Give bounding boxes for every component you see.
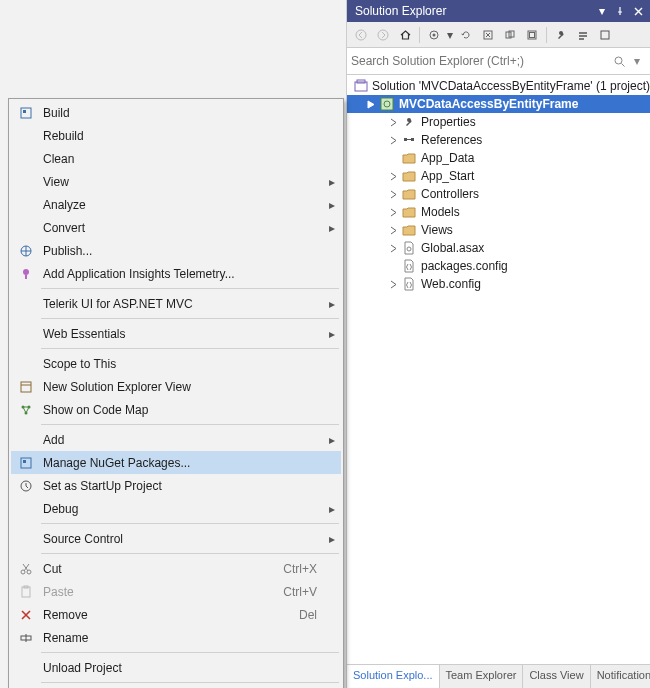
menu-separator [41, 523, 339, 524]
menu-view[interactable]: View ▸ [11, 170, 341, 193]
menu-build[interactable]: Build [11, 101, 341, 124]
menu-set-as-startup[interactable]: Set as StartUp Project [11, 474, 341, 497]
twisty-collapsed-icon[interactable] [387, 206, 399, 218]
menu-publish[interactable]: Publish... [11, 239, 341, 262]
solution-node[interactable]: Solution 'MVCDataAccessByEntityFrame' (1… [347, 77, 650, 95]
menu-new-solution-explorer-view[interactable]: New Solution Explorer View [11, 375, 341, 398]
menu-unload-project[interactable]: Unload Project [11, 656, 341, 679]
submenu-arrow-icon: ▸ [329, 327, 335, 341]
menu-label: Add Application Insights Telemetry... [37, 267, 321, 281]
tree-node-packages-config[interactable]: packages.config [347, 257, 650, 275]
panel-titlebar: Solution Explorer ▾ [347, 0, 650, 22]
tree-node-references[interactable]: References [347, 131, 650, 149]
submenu-arrow-icon: ▸ [329, 198, 335, 212]
tab-team-explorer[interactable]: Team Explorer [440, 665, 524, 688]
twisty-collapsed-icon[interactable] [387, 224, 399, 236]
menu-analyze[interactable]: Analyze ▸ [11, 193, 341, 216]
folder-icon [401, 222, 417, 238]
menu-app-insights[interactable]: Add Application Insights Telemetry... [11, 262, 341, 285]
svg-rect-9 [601, 31, 609, 39]
panel-title-text: Solution Explorer [355, 4, 446, 18]
project-icon [379, 96, 395, 112]
menu-separator [41, 348, 339, 349]
tab-solution-explorer[interactable]: Solution Explo... [347, 665, 440, 688]
menu-separator [41, 424, 339, 425]
sync-drop-icon[interactable]: ▾ [446, 25, 454, 45]
menu-remove[interactable]: Remove Del [11, 603, 341, 626]
svg-rect-16 [411, 138, 414, 141]
sync-icon[interactable] [424, 25, 444, 45]
tree-node-appstart[interactable]: App_Start [347, 167, 650, 185]
show-all-icon[interactable] [500, 25, 520, 45]
tab-class-view[interactable]: Class View [523, 665, 590, 688]
menu-rebuild[interactable]: Rebuild [11, 124, 341, 147]
twisty-collapsed-icon[interactable] [387, 278, 399, 290]
rename-icon [15, 628, 37, 648]
twisty-expanded-icon[interactable] [351, 80, 352, 92]
search-input[interactable] [351, 50, 610, 72]
search-row: ▾ [347, 48, 650, 75]
file-icon [401, 240, 417, 256]
twisty-collapsed-icon[interactable] [387, 188, 399, 200]
refresh-icon[interactable] [456, 25, 476, 45]
properties-icon[interactable] [573, 25, 593, 45]
twisty-collapsed-icon[interactable] [387, 170, 399, 182]
search-drop-icon[interactable]: ▾ [628, 54, 646, 68]
twisty-expanded-icon[interactable] [365, 98, 377, 110]
tree-node-properties[interactable]: Properties [347, 113, 650, 131]
tree-node-global-asax[interactable]: Global.asax [347, 239, 650, 257]
menu-show-on-code-map[interactable]: Show on Code Map [11, 398, 341, 421]
empty-icon [15, 499, 37, 519]
menu-add[interactable]: Add ▸ [11, 428, 341, 451]
back-icon[interactable] [351, 25, 371, 45]
close-icon[interactable] [630, 3, 646, 19]
tree-node-models[interactable]: Models [347, 203, 650, 221]
menu-telerik[interactable]: Telerik UI for ASP.NET MVC ▸ [11, 292, 341, 315]
menu-debug[interactable]: Debug ▸ [11, 497, 341, 520]
preview-icon[interactable] [522, 25, 542, 45]
tree-node-views[interactable]: Views [347, 221, 650, 239]
menu-paste: Paste Ctrl+V [11, 580, 341, 603]
folder-icon [401, 186, 417, 202]
menu-scope-to-this[interactable]: Scope to This [11, 352, 341, 375]
menu-separator [41, 652, 339, 653]
menu-label: Scope to This [37, 357, 321, 371]
project-label: MVCDataAccessByEntityFrame [399, 97, 578, 111]
tree-node-appdata[interactable]: App_Data [347, 149, 650, 167]
more-icon[interactable] [595, 25, 615, 45]
explorer-icon [15, 377, 37, 397]
home-icon[interactable] [395, 25, 415, 45]
menu-rename[interactable]: Rename [11, 626, 341, 649]
project-node[interactable]: MVCDataAccessByEntityFrame [347, 95, 650, 113]
search-icon[interactable] [610, 55, 628, 68]
menu-web-essentials[interactable]: Web Essentials ▸ [11, 322, 341, 345]
pin-icon[interactable] [612, 3, 628, 19]
menu-label: Paste [37, 585, 283, 599]
tab-notifications[interactable]: Notifications [591, 665, 650, 688]
menu-clean[interactable]: Clean [11, 147, 341, 170]
forward-icon[interactable] [373, 25, 393, 45]
dropdown-icon[interactable]: ▾ [594, 3, 610, 19]
folder-icon [401, 204, 417, 220]
collapse-icon[interactable] [478, 25, 498, 45]
twisty-collapsed-icon[interactable] [387, 242, 399, 254]
svg-rect-13 [381, 98, 393, 110]
menu-label: Source Control [37, 532, 321, 546]
node-label: Properties [421, 115, 476, 129]
svg-point-0 [356, 30, 366, 40]
menu-cut[interactable]: Cut Ctrl+X [11, 557, 341, 580]
node-label: Models [421, 205, 460, 219]
menu-label: Cut [37, 562, 283, 576]
menu-manage-nuget[interactable]: Manage NuGet Packages... [11, 451, 341, 474]
solution-label: Solution 'MVCDataAccessByEntityFrame' (1… [372, 79, 650, 93]
wrench-icon[interactable] [551, 25, 571, 45]
tree-node-web-config[interactable]: Web.config [347, 275, 650, 293]
tree-node-controllers[interactable]: Controllers [347, 185, 650, 203]
twisty-collapsed-icon[interactable] [387, 134, 399, 146]
remove-icon [15, 605, 37, 625]
twisty-collapsed-icon[interactable] [387, 116, 399, 128]
menu-source-control[interactable]: Source Control ▸ [11, 527, 341, 550]
menu-convert[interactable]: Convert ▸ [11, 216, 341, 239]
node-label: Global.asax [421, 241, 484, 255]
node-label: packages.config [421, 259, 508, 273]
